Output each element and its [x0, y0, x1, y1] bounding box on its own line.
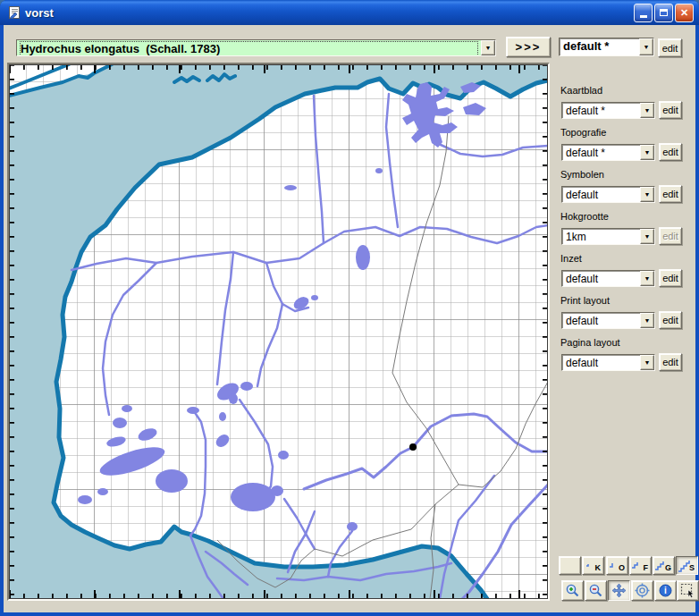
pagina-layout-value: default — [562, 355, 640, 370]
topografie-combo-arrow[interactable]: ▼ — [640, 145, 654, 160]
preset-combo-arrow[interactable]: ▼ — [639, 38, 653, 55]
chevron-down-icon: ▼ — [644, 191, 651, 198]
print-layout-combobox[interactable]: default ▼ — [561, 312, 655, 329]
species-value: Hydrochus elongatus (Schall. 1783) — [17, 40, 481, 55]
kaartblad-combo-arrow[interactable]: ▼ — [640, 103, 654, 118]
minimize-icon — [640, 15, 647, 18]
client-area: Hydrochus elongatus (Schall. 1783) ▼ >>>… — [4, 25, 695, 612]
chevron-down-icon: ▼ — [644, 149, 651, 156]
app-window: vorst ✕ Hydrochus elongatus (Schall. 178… — [0, 0, 699, 616]
pagina-layout-combo-arrow[interactable]: ▼ — [640, 355, 654, 370]
sidebar-label-symbolen: Symbolen — [560, 169, 604, 180]
sidebar-label-kaartblad: Kaartblad — [560, 85, 602, 96]
window-icon — [7, 5, 21, 20]
chevron-down-icon: ▼ — [644, 359, 651, 366]
title-bar[interactable]: vorst ✕ — [0, 0, 699, 25]
sidebar-label-hokgrootte: Hokgrootte — [560, 211, 609, 222]
pan-button[interactable] — [608, 580, 630, 601]
close-icon: ✕ — [680, 7, 688, 19]
maximize-button[interactable] — [654, 4, 673, 22]
chevron-down-icon: ▼ — [644, 233, 651, 240]
kaartblad-value: default * — [562, 103, 640, 118]
close-button[interactable]: ✕ — [675, 4, 694, 22]
sidebar-label-inzet: Inzet — [560, 253, 582, 264]
preset-combobox[interactable]: default * ▼ — [559, 38, 654, 56]
symbolen-value: default — [562, 187, 640, 202]
zoom-in-icon — [565, 583, 580, 598]
preset-edit-button[interactable]: edit — [658, 38, 682, 57]
pagina-layout-edit-button[interactable]: edit — [659, 353, 682, 371]
sidebar-label-topografie: Topografie — [560, 127, 606, 138]
chevron-down-icon: ▼ — [644, 44, 650, 50]
info-icon: i — [658, 583, 673, 598]
svg-text:i: i — [664, 586, 667, 595]
distribution-map[interactable] — [9, 64, 548, 599]
select-region-icon — [680, 583, 696, 599]
zoom-in-button[interactable] — [561, 580, 584, 601]
kaartblad-combobox[interactable]: default * ▼ — [561, 102, 655, 119]
occurrence-dot[interactable] — [409, 443, 417, 451]
select-region-button[interactable] — [677, 580, 699, 601]
symbolen-edit-button[interactable]: edit — [659, 185, 682, 203]
preset-value: default * — [560, 38, 639, 55]
minimize-button[interactable] — [634, 4, 653, 22]
print-layout-edit-button[interactable]: edit — [659, 311, 682, 329]
maximize-icon — [660, 9, 668, 16]
scale-button-o[interactable]: O — [606, 556, 628, 575]
hokgrootte-value: 1km — [562, 229, 640, 244]
topografie-combobox[interactable]: default * ▼ — [561, 144, 655, 161]
sidebar-label-pagina-layout: Pagina layout — [560, 337, 620, 348]
scale-button-k[interactable]: K — [582, 556, 604, 575]
chevron-down-icon: ▼ — [485, 45, 492, 51]
center-target-button[interactable] — [631, 580, 653, 601]
inzet-combo-arrow[interactable]: ▼ — [640, 271, 654, 286]
pan-icon — [611, 583, 627, 598]
scale-button-g[interactable]: G — [653, 556, 675, 575]
scale-button-f[interactable]: F — [629, 556, 652, 575]
pagina-layout-combobox[interactable]: default ▼ — [561, 354, 655, 371]
symbolen-combo-arrow[interactable]: ▼ — [640, 187, 654, 202]
target-icon — [635, 583, 650, 598]
scale-step-icon — [584, 559, 595, 570]
chevron-down-icon: ▼ — [644, 317, 651, 324]
topografie-value: default * — [562, 145, 640, 160]
kaartblad-edit-button[interactable]: edit — [659, 101, 682, 119]
hokgrootte-combobox[interactable]: 1km ▼ — [561, 228, 655, 245]
topografie-edit-button[interactable]: edit — [659, 143, 682, 161]
print-layout-combo-arrow[interactable]: ▼ — [640, 313, 654, 328]
inzet-edit-button[interactable]: edit — [659, 269, 682, 287]
inzet-combobox[interactable]: default ▼ — [561, 270, 655, 287]
species-combo-arrow[interactable]: ▼ — [481, 40, 495, 55]
map-panel — [7, 63, 550, 601]
sidebar-label-print-layout: Print layout — [560, 295, 610, 306]
scale-button-blank[interactable] — [559, 556, 581, 575]
print-layout-value: default — [562, 313, 640, 328]
hokgrootte-edit-button[interactable]: edit — [659, 227, 682, 245]
scale-step-icon — [631, 559, 643, 570]
info-button[interactable]: i — [654, 580, 677, 601]
zoom-out-icon — [588, 583, 603, 598]
chevron-down-icon: ▼ — [644, 107, 651, 114]
expand-button[interactable]: >>> — [506, 37, 551, 57]
zoom-out-button[interactable] — [585, 580, 607, 601]
chevron-down-icon: ▼ — [644, 275, 651, 282]
scale-button-s[interactable]: S — [676, 556, 698, 575]
window-title: vorst — [25, 6, 632, 20]
inzet-value: default — [562, 271, 640, 286]
symbolen-combobox[interactable]: default ▼ — [561, 186, 655, 203]
hokgrootte-combo-arrow[interactable]: ▼ — [640, 229, 654, 244]
species-combobox[interactable]: Hydrochus elongatus (Schall. 1783) ▼ — [16, 39, 496, 56]
